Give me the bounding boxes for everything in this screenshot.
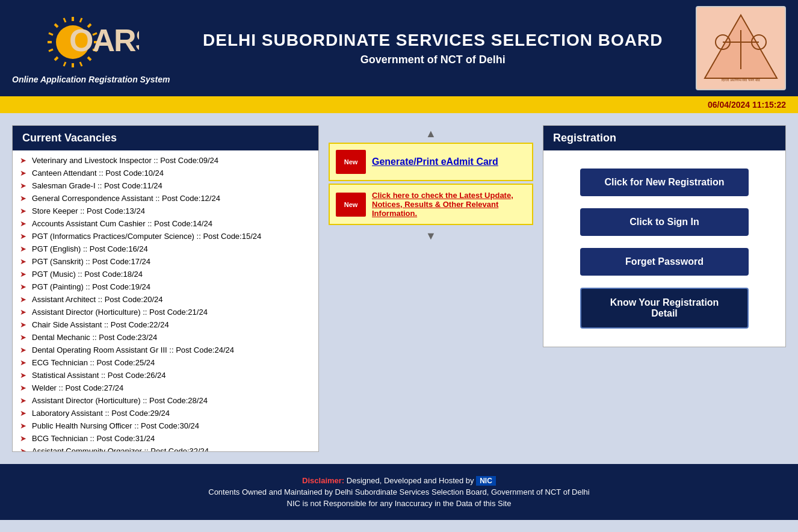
vacancy-text: General Correspondence Assistant :: Post…: [32, 194, 220, 203]
vacancy-item[interactable]: ➤Accounts Assistant Cum Cashier :: Post …: [19, 217, 312, 230]
svg-line-4: [55, 24, 58, 27]
vacancy-item[interactable]: ➤Dental Mechanic :: Post Code:23/24: [19, 331, 312, 344]
arrow-icon: ➤: [20, 447, 29, 451]
dsssb-logo-icon: दिल्ली अधीनस्थ सेवा चयन बोर्ड: [702, 12, 780, 84]
forget-password-button[interactable]: Forget Password: [580, 248, 749, 276]
arrow-icon: ➤: [20, 206, 29, 215]
arrow-icon: ➤: [20, 358, 29, 367]
dsssb-logo: दिल्ली अधीनस्थ सेवा चयन बोर्ड: [696, 6, 786, 90]
vacancy-text: PGT (Music) :: Post Code:18/24: [32, 270, 143, 279]
arrow-icon: ➤: [20, 282, 29, 291]
vacancy-item[interactable]: ➤ECG Technician :: Post Code:25/24: [19, 356, 312, 369]
vacancy-item[interactable]: ➤PGT (Music) :: Post Code:18/24: [19, 268, 312, 280]
vacancy-text: Laboratory Assistant :: Post Code:29/24: [32, 409, 170, 418]
know-registration-button[interactable]: Know Your Registration Detail: [580, 288, 749, 329]
logo-area: OARS Online Application Registration Sys…: [12, 12, 170, 84]
vacancy-item[interactable]: ➤Salesman Grade-I :: Post Code:11/24: [19, 179, 312, 192]
arrow-icon: ➤: [20, 194, 29, 203]
vacancy-item[interactable]: ➤Assistant Director (Horticulture) :: Po…: [19, 306, 312, 318]
arrow-icon: ➤: [20, 383, 29, 392]
vacancy-item[interactable]: ➤Assistant Director (Horticulture) :: Po…: [19, 394, 312, 407]
vacancy-item[interactable]: ➤BCG Technician :: Post Code:31/24: [19, 432, 312, 445]
svg-line-12: [49, 33, 53, 35]
scroll-down-indicator[interactable]: ▼: [329, 227, 533, 245]
vacancy-item[interactable]: ➤Welder :: Post Code:27/24: [19, 382, 312, 394]
vacancy-text: Assistant Architect :: Post Code:20/24: [32, 295, 163, 304]
vacancy-item[interactable]: ➤Store Keeper :: Post Code:13/24: [19, 205, 312, 217]
registration-body: Click for New Registration Click to Sign…: [543, 150, 785, 347]
notice-link-2[interactable]: Click here to check the Latest Update, N…: [372, 191, 526, 218]
footer: Disclaimer: Designed, Developed and Host…: [0, 464, 798, 520]
vacancy-item[interactable]: ➤Canteen Attendant :: Post Code:10/24: [19, 167, 312, 179]
vacancy-text: Salesman Grade-I :: Post Code:11/24: [32, 181, 162, 190]
vacancy-text: Veterinary and Livestock Inspector :: Po…: [32, 156, 218, 165]
vacancies-heading: Current Vacancies: [13, 126, 318, 150]
svg-line-6: [55, 57, 58, 60]
nic-badge: NIC: [476, 476, 496, 486]
vacancy-item[interactable]: ➤General Correspondence Assistant :: Pos…: [19, 192, 312, 205]
scroll-up-indicator[interactable]: ▲: [329, 125, 533, 143]
vacancy-item[interactable]: ➤Chair Side Assistant :: Post Code:22/24: [19, 318, 312, 331]
vacancy-text: Canteen Attendant :: Post Code:10/24: [32, 169, 164, 178]
vacancy-text: Accounts Assistant Cum Cashier :: Post C…: [32, 219, 212, 228]
registration-heading: Registration: [543, 126, 785, 150]
new-registration-button[interactable]: Click for New Registration: [580, 169, 749, 196]
arrow-icon: ➤: [20, 434, 29, 443]
svg-line-13: [49, 49, 53, 51]
vacancy-text: Public Health Nursing Officer :: Post Co…: [32, 421, 199, 430]
vacancy-text: PGT (English) :: Post Code:16/24: [32, 244, 148, 253]
vacancy-text: Chair Side Assistant :: Post Code:22/24: [32, 320, 169, 329]
vacancy-item[interactable]: ➤Laboratory Assistant :: Post Code:29/24: [19, 407, 312, 419]
arrow-icon: ➤: [20, 308, 29, 317]
vacancy-item[interactable]: ➤PGT (Sanskrit) :: Post Code:17/24: [19, 255, 312, 268]
vacancies-list[interactable]: ➤Veterinary and Livestock Inspector :: P…: [13, 150, 318, 451]
notice-card-2[interactable]: New Click here to check the Latest Updat…: [329, 184, 533, 225]
vacancy-text: Welder :: Post Code:27/24: [32, 383, 123, 392]
oars-logo-icon: OARS: [43, 12, 139, 72]
header: OARS Online Application Registration Sys…: [0, 0, 798, 96]
vacancy-item[interactable]: ➤Public Health Nursing Officer :: Post C…: [19, 419, 312, 432]
arrow-icon: ➤: [20, 396, 29, 405]
vacancy-item[interactable]: ➤Assistant Architect :: Post Code:20/24: [19, 293, 312, 306]
disclaimer-label: Disclaimer:: [302, 476, 344, 485]
sign-in-button[interactable]: Click to Sign In: [580, 208, 749, 236]
arrow-icon: ➤: [20, 169, 29, 178]
svg-text:OARS: OARS: [69, 23, 139, 58]
notice-link-1[interactable]: Generate/Print eAdmit Card: [372, 156, 498, 167]
svg-line-11: [80, 62, 82, 66]
vacancy-text: PGT (Painting) :: Post Code:19/24: [32, 282, 150, 291]
ticker-bar: 06/04/2024 11:15:22: [0, 96, 798, 113]
vacancy-item[interactable]: ➤Veterinary and Livestock Inspector :: P…: [19, 154, 312, 167]
arrow-icon: ➤: [20, 270, 29, 279]
vacancy-item[interactable]: ➤PGT (Painting) :: Post Code:19/24: [19, 280, 312, 293]
vacancy-item[interactable]: ➤Assistant Community Organizer :: Post C…: [19, 445, 312, 451]
arrow-icon: ➤: [20, 244, 29, 253]
arrow-icon: ➤: [20, 156, 29, 165]
vacancy-item[interactable]: ➤PGT (Informatics Practices/Computer Sci…: [19, 230, 312, 243]
arrow-icon: ➤: [20, 320, 29, 329]
vacancy-item[interactable]: ➤Dental Operating Room Assistant Gr III …: [19, 344, 312, 356]
header-subtitle: Government of NCT of Delhi: [170, 54, 696, 66]
arrow-icon: ➤: [20, 345, 29, 354]
arrow-icon: ➤: [20, 219, 29, 228]
svg-line-8: [64, 18, 66, 22]
svg-line-10: [64, 62, 66, 66]
main-content: Current Vacancies ➤Veterinary and Livest…: [0, 113, 798, 464]
registration-panel: Registration Click for New Registration …: [543, 125, 786, 347]
vacancy-text: BCG Technician :: Post Code:31/24: [32, 434, 155, 443]
arrow-icon: ➤: [20, 232, 29, 241]
vacancy-text: PGT (Informatics Practices/Computer Scie…: [32, 232, 261, 241]
header-center: DELHI SUBORDINATE SERVICES SELECTION BOA…: [170, 31, 696, 66]
footer-line-1: Disclaimer: Designed, Developed and Host…: [12, 476, 786, 485]
arrow-icon: ➤: [20, 409, 29, 418]
vacancy-text: Statistical Assistant :: Post Code:26/24: [32, 371, 166, 380]
vacancy-text: PGT (Sanskrit) :: Post Code:17/24: [32, 257, 150, 266]
arrow-icon: ➤: [20, 295, 29, 304]
vacancy-text: ECG Technician :: Post Code:25/24: [32, 358, 155, 367]
vacancy-item[interactable]: ➤PGT (English) :: Post Code:16/24: [19, 243, 312, 255]
notice-card-1[interactable]: New Generate/Print eAdmit Card: [329, 143, 533, 181]
vacancy-text: Dental Operating Room Assistant Gr III :…: [32, 345, 234, 354]
vacancy-text: Assistant Community Organizer :: Post Co…: [32, 447, 209, 451]
vacancy-text: Dental Mechanic :: Post Code:23/24: [32, 333, 157, 342]
vacancy-item[interactable]: ➤Statistical Assistant :: Post Code:26/2…: [19, 369, 312, 382]
